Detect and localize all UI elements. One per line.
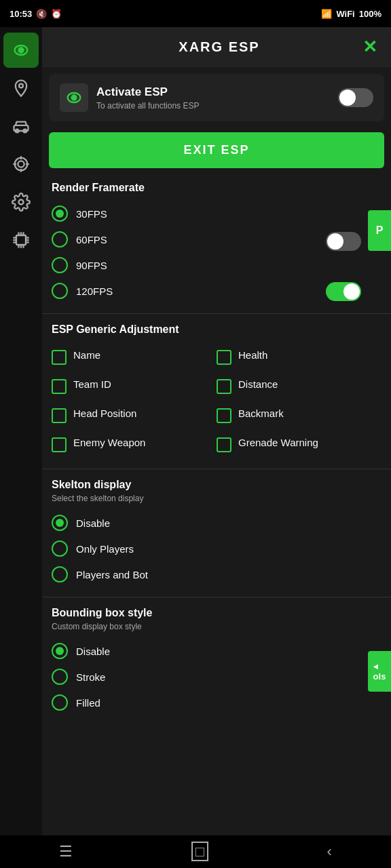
sidebar-item-gear[interactable] [3,184,39,220]
skelton-onlyplayers-radio[interactable] [52,540,68,557]
svg-point-6 [15,158,28,171]
close-button[interactable]: ✕ [362,37,377,58]
sidebar-item-target[interactable] [3,146,39,182]
checkbox-name[interactable]: Name [52,342,217,372]
checkbox-grenadewarning[interactable]: Grenade Warning [217,430,381,459]
sidebar-item-location[interactable] [3,71,39,106]
fps-30-radio[interactable] [52,205,68,222]
bbox-stroke-radio[interactable] [52,669,68,685]
bbox-filled-radio[interactable] [52,694,68,711]
fps-60-toggle-knob [327,233,343,250]
skelton-subtitle: Select the skelton display [52,494,381,503]
bounding-box-section: Bounding box style Custom display box st… [42,600,391,722]
bbox-disable-item[interactable]: Disable [52,638,381,664]
sidebar-item-eye[interactable] [3,33,39,68]
fps-90-item[interactable]: 90FPS [52,252,113,278]
fps-120-radio[interactable] [52,283,68,299]
activate-icon [60,83,88,112]
activate-left: Activate ESP To activate all functions E… [60,83,199,112]
checkbox-headposition-box[interactable] [52,408,67,423]
render-framerate-title: Render Framerate [52,182,381,194]
skelton-playersbot-item[interactable]: Players and Bot [52,561,381,587]
alarm-icon: ⏰ [51,9,62,19]
toggle-knob [339,90,356,106]
checkbox-grenadewarning-box[interactable] [217,437,231,452]
divider-3 [42,597,391,597]
esp-checkbox-grid: Name Health Team ID Distance Head Positi… [52,342,381,459]
activate-text: Activate ESP To activate all functions E… [96,85,199,111]
skelton-onlyplayers-item[interactable]: Only Players [52,536,381,561]
checkbox-headposition[interactable]: Head Position [52,401,217,430]
fps-30-label: 30FPS [76,208,107,220]
skelton-display-section: Skelton display Select the skelton displ… [42,472,391,594]
checkbox-health-box[interactable] [217,350,231,365]
nav-home[interactable]: □ [185,836,215,867]
checkbox-name-label: Name [73,349,100,361]
svg-point-1 [19,48,24,53]
bounding-box-subtitle: Custom display box style [52,622,381,631]
fps-90-label: 90FPS [76,260,107,271]
bbox-stroke-item[interactable]: Stroke [52,664,381,690]
activate-toggle[interactable] [338,88,373,107]
fps-30-row: 30FPS 60FPS 90FPS 120FPS [52,201,381,304]
exit-esp-button[interactable]: EXIT ESP [49,132,384,168]
activate-title: Activate ESP [96,85,199,99]
skelton-disable-radio[interactable] [52,515,68,531]
floating-tab-top-label: P [376,224,384,237]
floating-tab-bottom-label: ◂ols [373,661,386,682]
checkbox-health[interactable]: Health [217,342,381,372]
nav-menu[interactable]: ☰ [52,836,79,867]
svg-point-12 [19,200,24,205]
bbox-disable-radio[interactable] [52,643,68,659]
fps-120-item[interactable]: 120FPS [52,278,113,304]
checkbox-headposition-label: Head Position [73,408,136,419]
mute-icon: 🔇 [36,9,47,19]
fps-60-toggle[interactable] [326,232,361,251]
menu-icon: ☰ [59,843,73,860]
fps-120-toggle[interactable] [326,282,361,301]
skelton-playersbot-label: Players and Bot [76,569,148,580]
checkbox-distance-label: Distance [238,378,278,390]
checkbox-teamid-box[interactable] [52,379,67,394]
checkbox-teamid-label: Team ID [73,378,111,390]
svg-point-2 [19,84,23,88]
fps-60-label: 60FPS [76,234,107,245]
render-framerate-section: Render Framerate 30FPS 60FPS 90FPS [42,175,391,311]
status-left: 10:53 🔇 ⏰ [10,9,62,19]
esp-generic-title: ESP Generic Adjustment [52,323,381,336]
main-content: XARG ESP ✕ Activate ESP To activate all … [42,27,391,835]
signal-icon: 📶 [321,9,332,19]
fps-60-radio[interactable] [52,231,68,248]
svg-point-7 [18,161,24,167]
checkbox-enemyweapon[interactable]: Enemy Weapon [52,430,217,459]
back-icon: ‹ [327,843,331,860]
fps-30-item[interactable]: 30FPS [52,201,113,226]
nav-back[interactable]: ‹ [320,836,338,867]
sidebar-item-car[interactable] [3,108,39,144]
checkbox-teamid[interactable]: Team ID [52,372,217,401]
fps-60-item[interactable]: 60FPS [52,226,113,252]
checkbox-grenadewarning-label: Grenade Warning [238,437,318,448]
skelton-onlyplayers-label: Only Players [76,543,134,555]
checkbox-distance[interactable]: Distance [217,372,381,401]
header: XARG ESP ✕ [42,27,391,67]
checkbox-backmark-box[interactable] [217,408,231,423]
skelton-disable-item[interactable]: Disable [52,510,381,536]
floating-tab-bottom[interactable]: ◂ols [368,651,391,692]
checkbox-name-box[interactable] [52,350,67,365]
sidebar-item-chip[interactable] [3,222,39,258]
home-icon: □ [191,842,208,861]
wifi-icon: WiFi [336,9,354,19]
floating-tab-top[interactable]: P [368,210,391,251]
checkbox-enemyweapon-box[interactable] [52,437,67,452]
bbox-filled-item[interactable]: Filled [52,690,381,715]
fps-90-radio[interactable] [52,257,68,273]
app-title: XARG ESP [76,39,362,55]
checkbox-backmark[interactable]: Backmark [217,401,381,430]
skelton-playersbot-radio[interactable] [52,566,68,583]
activate-subtitle: To activate all functions ESP [96,101,199,111]
battery: 100% [359,9,381,19]
divider-1 [42,313,391,314]
status-right: 📶 WiFi 100% [321,9,381,19]
checkbox-distance-box[interactable] [217,379,231,394]
